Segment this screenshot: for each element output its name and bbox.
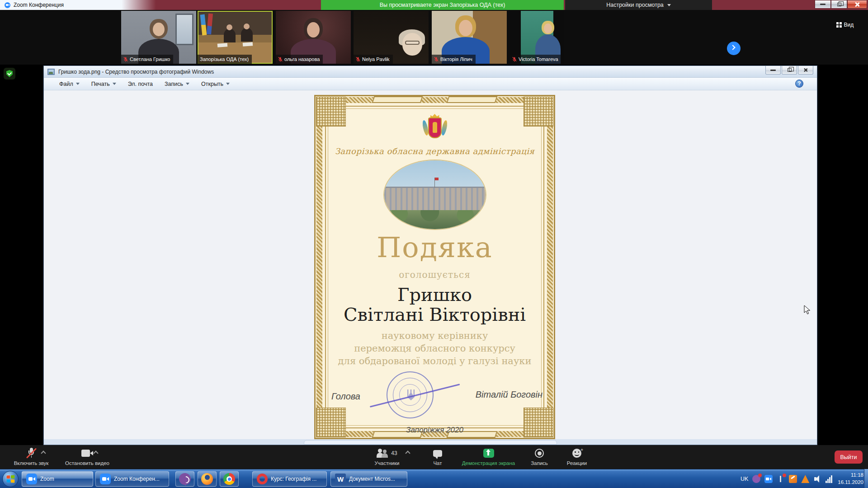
viber-icon — [179, 473, 191, 485]
zoom-tray-icon[interactable] — [764, 475, 773, 483]
view-mode-button[interactable]: Вид — [836, 22, 854, 28]
meeting-toolbar: Включить звук Остановить видео 43 Участн… — [0, 445, 868, 469]
share-screen-icon — [483, 449, 494, 458]
reactions-button[interactable]: + Реакции — [561, 448, 593, 466]
photo-viewer-window-controls — [764, 66, 813, 75]
taskbar-chrome-button[interactable] — [220, 471, 239, 487]
certificate-description: для обдарованої молоді у галузі науки — [329, 355, 541, 368]
taskbar-zoom-button[interactable]: Zoom — [22, 471, 93, 487]
close-button[interactable] — [798, 66, 813, 75]
menu-file[interactable]: Файл — [59, 81, 80, 87]
screen-share-banner: Вы просматриваете экран Запорізька ОДА (… — [321, 0, 564, 10]
volume-icon[interactable] — [813, 475, 821, 483]
chrome-icon — [223, 473, 235, 485]
muted-mic-icon — [278, 56, 283, 62]
network-signal-icon[interactable] — [826, 475, 834, 483]
flag-decoration — [200, 14, 207, 36]
restore-button[interactable] — [831, 0, 847, 9]
taskbar-clock[interactable]: 11:18 16.11.2020 — [838, 472, 863, 486]
participant-tile-active-speaker[interactable]: Запорізька ОДА (тех) — [198, 11, 273, 64]
chevron-right-icon — [730, 45, 735, 50]
unmute-button[interactable]: Включить звук — [6, 448, 56, 466]
word-icon: W — [335, 474, 346, 484]
zoom-icon — [100, 474, 111, 484]
participant-tile[interactable]: Victoria Tomareva — [510, 11, 564, 64]
taskbar-zoom-meeting-button[interactable]: Zoom Конферен... — [95, 471, 169, 487]
muted-mic-icon — [28, 448, 34, 459]
menu-open[interactable]: Открыть — [201, 81, 230, 87]
restore-button[interactable] — [782, 66, 797, 75]
hotspot-tray-icon[interactable] — [777, 475, 785, 483]
participant-tile[interactable]: Nelya Pavlik — [354, 11, 429, 64]
certificate-description: науковому керівнику — [329, 330, 541, 343]
taskbar-viber-button[interactable] — [175, 471, 194, 487]
next-participants-button[interactable] — [727, 42, 741, 55]
zoom-app-title: Zoom Конференция — [14, 2, 64, 8]
dropdown-caret-icon — [226, 83, 230, 85]
menu-print[interactable]: Печать — [91, 81, 116, 87]
close-button[interactable] — [847, 0, 867, 9]
cleanup-tray-icon[interactable] — [789, 475, 797, 483]
participant-name-tag: Запорізька ОДА (тех) — [198, 55, 252, 64]
menu-email[interactable]: Эл. почта — [128, 81, 153, 87]
participant-name-tag: ольга назарова — [276, 55, 323, 64]
share-screen-button[interactable]: Демонстрация экрана — [456, 448, 521, 466]
coat-of-arms — [425, 116, 445, 142]
certificate-place-year: Запоріжжя 2020 — [314, 426, 555, 435]
record-button[interactable]: Запись — [525, 448, 553, 466]
muted-mic-icon — [434, 56, 439, 62]
viber-tray-icon[interactable] — [752, 475, 760, 483]
chat-button[interactable]: Чат — [425, 448, 450, 466]
participant-tile[interactable]: Вікторія Ліпич — [432, 11, 507, 64]
language-indicator[interactable]: UK — [741, 476, 748, 482]
muted-mic-icon — [356, 56, 360, 62]
antivirus-tray-icon[interactable] — [801, 475, 809, 483]
dropdown-caret-icon — [186, 83, 189, 85]
close-icon — [854, 2, 860, 7]
certificate-subtitle: оголошується — [329, 269, 541, 280]
zoom-app-title-area: Zoom Конференция — [0, 0, 156, 10]
ribbon-ornament — [372, 96, 423, 103]
start-button[interactable] — [2, 471, 19, 487]
windows-taskbar: Zoom Zoom Конферен... Курс: Географія ..… — [0, 469, 868, 488]
zoom-window-titlebar: Zoom Конференция Вы просматриваете экран… — [0, 0, 868, 10]
ribbon-ornament — [447, 96, 498, 103]
photo-viewer-titlebar[interactable]: Гришко зода.png - Средство просмотра фот… — [44, 66, 817, 78]
dropdown-caret-icon — [113, 83, 116, 85]
chat-icon — [433, 450, 442, 457]
restore-icon — [837, 3, 841, 6]
record-icon — [535, 449, 544, 458]
minimize-icon — [770, 70, 776, 71]
clock-date: 16.11.2020 — [838, 479, 863, 486]
photo-viewer-icon — [47, 69, 55, 75]
chevron-down-icon — [667, 4, 671, 6]
minimize-button[interactable] — [815, 0, 831, 9]
stop-video-button[interactable]: Остановить видео — [58, 448, 117, 466]
mouse-cursor — [804, 305, 811, 315]
photo-viewer-title: Гришко зода.png - Средство просмотра фот… — [58, 69, 214, 75]
show-desktop-button[interactable] — [864, 469, 868, 488]
participant-tile[interactable]: Светлана Гришко — [121, 11, 196, 64]
participants-icon — [377, 449, 388, 458]
taskbar-word-button[interactable]: W Документ Micros... — [330, 471, 407, 487]
participant-name-tag: Вікторія Ліпич — [432, 55, 476, 64]
view-settings-button[interactable]: Настройки просмотра — [565, 0, 712, 10]
menu-burn[interactable]: Запись — [165, 81, 189, 87]
taskbar-firefox-button[interactable] — [198, 471, 217, 487]
participant-tile[interactable]: ольга назарова — [276, 11, 351, 64]
close-icon — [803, 68, 808, 72]
participants-button[interactable]: 43 Участники — [365, 448, 409, 466]
zoom-app-icon — [5, 2, 10, 8]
leave-meeting-button[interactable]: Выйти — [835, 450, 863, 464]
security-shield-icon — [4, 68, 15, 80]
signer-role: Голова — [331, 391, 360, 402]
muted-mic-icon — [512, 56, 517, 62]
video-thumbnail-strip: Светлана Гришко Запорізька ОДА (тех) оль… — [0, 10, 868, 65]
certificate-image: Запорізька обласна державна адміністраці… — [314, 95, 555, 439]
help-button[interactable]: ? — [795, 80, 803, 88]
certificate-description: переможця обласного конкурсу — [329, 343, 541, 355]
taskbar-opera-button[interactable]: Курс: Географія ... — [252, 471, 327, 487]
minimize-button[interactable] — [765, 66, 781, 75]
building-photo — [384, 160, 486, 229]
firefox-icon — [201, 473, 213, 485]
